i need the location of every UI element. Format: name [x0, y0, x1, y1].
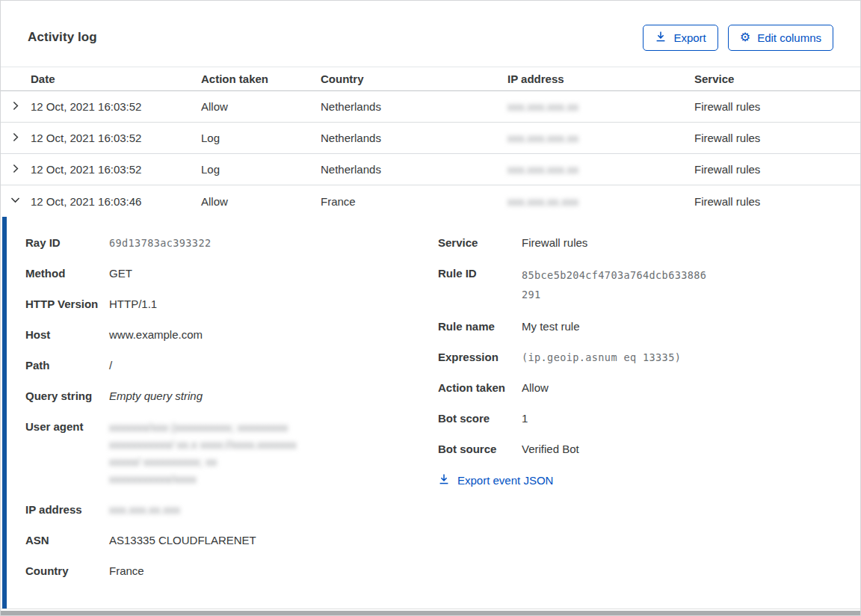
- column-header-service: Service: [694, 73, 860, 85]
- detail-field-ray-id: Ray ID 69d13783ac393322: [25, 235, 413, 251]
- cell-date: 12 Oct, 2021 16:03:52: [29, 163, 201, 176]
- field-value: 1: [522, 410, 528, 427]
- activity-log-panel: Activity log Export ⚙ Edit columns Date …: [0, 0, 861, 616]
- cell-action: Log: [201, 132, 321, 144]
- field-value: Verified Bot: [522, 441, 579, 458]
- table-row[interactable]: 12 Oct, 2021 16:03:52 Log Netherlands xx…: [1, 123, 860, 154]
- detail-field-ip-address: IP address xxx.xxx.xx.xxx: [25, 502, 413, 518]
- field-value: AS13335 CLOUDFLARENET: [109, 532, 256, 549]
- chevron-right-icon: [10, 163, 21, 176]
- column-header-ip: IP address: [507, 73, 694, 85]
- table-row-expanded[interactable]: 12 Oct, 2021 16:03:46 Allow France xxx.x…: [1, 185, 860, 217]
- footer-bar: [1, 611, 860, 615]
- expanded-row-accent-bar: [2, 217, 7, 609]
- cell-ip-redacted: xxx.xxx.xxx.xx: [507, 100, 578, 113]
- field-label: Rule name: [438, 318, 522, 335]
- detail-field-asn: ASN AS13335 CLOUDFLARENET: [25, 532, 413, 549]
- cell-country: France: [321, 195, 507, 208]
- field-value-redacted: xxxxxxx/xxx (xxxxxxxxxx; xxxxxxxxx xxxxx…: [109, 419, 297, 487]
- field-label: User agent: [25, 419, 109, 487]
- table-row[interactable]: 12 Oct, 2021 16:03:52 Allow Netherlands …: [1, 91, 860, 123]
- field-value: 69d13783ac393322: [109, 235, 211, 251]
- field-label: Path: [25, 357, 109, 374]
- cell-country: Netherlands: [321, 100, 507, 113]
- detail-field-user-agent: User agent xxxxxxx/xxx (xxxxxxxxxx; xxxx…: [25, 419, 413, 487]
- row-expander[interactable]: [6, 192, 24, 210]
- export-event-json-label: Export event JSON: [457, 474, 553, 487]
- edit-columns-button-label: Edit columns: [757, 31, 821, 44]
- cell-date: 12 Oct, 2021 16:03:52: [29, 132, 201, 144]
- field-value: Empty query string: [109, 388, 203, 404]
- field-label: Bot score: [438, 410, 522, 427]
- detail-field-rule-name: Rule name My test rule: [438, 318, 860, 335]
- chevron-right-icon: [10, 132, 21, 145]
- gear-icon: ⚙: [740, 31, 750, 43]
- detail-left-column: Ray ID 69d13783ac393322 Method GET HTTP …: [1, 235, 413, 594]
- detail-field-bot-source: Bot source Verified Bot: [438, 441, 860, 458]
- field-label: IP address: [25, 502, 109, 518]
- cell-service: Firewall rules: [694, 132, 860, 144]
- column-header-action: Action taken: [201, 73, 321, 85]
- page-title: Activity log: [28, 30, 97, 45]
- field-label: Method: [25, 265, 109, 282]
- field-label: HTTP Version: [25, 296, 109, 312]
- export-button[interactable]: Export: [643, 25, 718, 51]
- field-value: France: [109, 563, 144, 579]
- download-icon: [655, 31, 667, 45]
- column-header-country: Country: [321, 73, 507, 85]
- detail-field-country: Country France: [25, 563, 413, 579]
- field-label: Host: [25, 327, 109, 343]
- chevron-right-icon: [10, 100, 21, 114]
- export-event-json-link[interactable]: Export event JSON: [438, 473, 553, 487]
- detail-field-rule-id: Rule ID 85bce5b204cf4703a764dcb633886291: [438, 265, 860, 304]
- field-label: Country: [25, 563, 109, 579]
- chevron-down-icon: [10, 194, 21, 208]
- event-detail-panel: Ray ID 69d13783ac393322 Method GET HTTP …: [1, 217, 860, 609]
- field-value: GET: [109, 265, 132, 282]
- cell-service: Firewall rules: [694, 100, 860, 113]
- field-label: Bot source: [438, 441, 522, 458]
- field-value: Firewall rules: [522, 235, 587, 251]
- export-button-label: Export: [673, 31, 706, 44]
- detail-field-http-version: HTTP Version HTTP/1.1: [25, 296, 413, 312]
- field-label: Ray ID: [25, 235, 109, 251]
- row-expander[interactable]: [6, 161, 24, 179]
- download-icon: [438, 473, 450, 487]
- detail-field-bot-score: Bot score 1: [438, 410, 860, 427]
- field-value: My test rule: [522, 318, 580, 335]
- table-header: Date Action taken Country IP address Ser…: [1, 67, 860, 91]
- row-expander[interactable]: [6, 129, 24, 147]
- field-value: HTTP/1.1: [109, 296, 157, 312]
- detail-field-query-string: Query string Empty query string: [25, 388, 413, 404]
- cell-ip-redacted: xxx.xxx.xxx.xx: [507, 132, 578, 144]
- topbar: Activity log Export ⚙ Edit columns: [1, 1, 860, 67]
- field-label: Query string: [25, 388, 109, 404]
- detail-field-path: Path /: [25, 357, 413, 374]
- detail-field-expression: Expression (ip.geoip.asnum eq 13335): [438, 349, 860, 366]
- cell-ip-redacted: xxx.xxx.xxx.xx: [507, 163, 578, 176]
- field-value: 85bce5b204cf4703a764dcb633886291: [522, 265, 710, 304]
- cell-service: Firewall rules: [694, 163, 860, 176]
- detail-right-column: Service Firewall rules Rule ID 85bce5b20…: [413, 235, 860, 594]
- cell-country: Netherlands: [321, 132, 507, 144]
- field-label: Action taken: [438, 380, 522, 396]
- field-value: www.example.com: [109, 327, 203, 343]
- field-label: Rule ID: [438, 265, 522, 304]
- cell-action: Log: [201, 163, 321, 176]
- toolbar: Export ⚙ Edit columns: [643, 25, 833, 51]
- footer: [1, 609, 860, 615]
- cell-date: 12 Oct, 2021 16:03:52: [29, 100, 201, 113]
- field-label: Service: [438, 235, 522, 251]
- cell-country: Netherlands: [321, 163, 507, 176]
- detail-field-host: Host www.example.com: [25, 327, 413, 343]
- edit-columns-button[interactable]: ⚙ Edit columns: [728, 25, 833, 51]
- row-expander[interactable]: [6, 98, 24, 116]
- field-label: Expression: [438, 349, 522, 366]
- field-value: Allow: [522, 380, 549, 396]
- cell-ip-redacted: xxx.xxx.xx.xxx: [507, 195, 578, 208]
- cell-date: 12 Oct, 2021 16:03:46: [29, 195, 201, 208]
- cell-action: Allow: [201, 195, 321, 208]
- cell-service: Firewall rules: [694, 195, 860, 208]
- table-row[interactable]: 12 Oct, 2021 16:03:52 Log Netherlands xx…: [1, 154, 860, 185]
- detail-field-service: Service Firewall rules: [438, 235, 860, 251]
